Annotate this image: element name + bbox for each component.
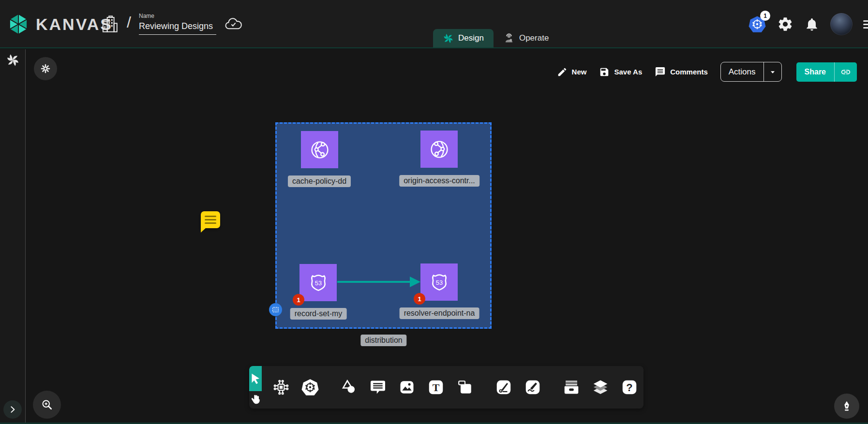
svg-text:?: ? — [626, 381, 632, 394]
tab-operate[interactable]: Operate — [494, 29, 558, 47]
comments-label: Comments — [670, 68, 708, 76]
text-icon: T — [427, 379, 445, 396]
share-label[interactable]: Share — [796, 62, 834, 82]
user-avatar[interactable] — [830, 13, 853, 35]
new-button[interactable]: New — [557, 67, 587, 77]
settings-gear-icon[interactable] — [777, 16, 793, 32]
image-tool[interactable] — [397, 378, 417, 397]
whiteboard-pen-button[interactable] — [834, 394, 859, 419]
note-card-icon — [456, 379, 474, 396]
node-label: resolver-endpoint-na — [400, 307, 479, 319]
node-resolver-endpoint[interactable]: 53 — [420, 263, 458, 301]
left-rail — [0, 49, 26, 424]
image-icon — [398, 379, 416, 396]
dashed-square-icon — [272, 307, 279, 312]
drawer-icon — [562, 378, 581, 396]
comment-tool[interactable] — [368, 378, 388, 397]
svg-text:T: T — [433, 382, 440, 394]
issue-count-badge[interactable]: 1 — [293, 294, 304, 306]
pan-tool[interactable] — [249, 391, 262, 409]
kanvas-logo-icon — [7, 13, 30, 36]
comment-bubble-icon — [369, 379, 387, 396]
design-swirl-icon — [443, 33, 454, 44]
copy-link-button[interactable] — [834, 62, 857, 82]
globe-network-icon — [428, 138, 451, 161]
chip-icon — [272, 378, 290, 396]
arrowhead-icon — [410, 277, 420, 287]
group-select-handle[interactable] — [269, 303, 282, 316]
meshery-swirl-icon[interactable] — [6, 53, 20, 67]
freehand-draw-tool[interactable] — [523, 378, 542, 397]
help-icon: ? — [621, 379, 638, 396]
tab-design[interactable]: Design — [433, 29, 494, 47]
save-as-button[interactable]: Save As — [599, 67, 642, 77]
design-name-label: Name — [139, 13, 216, 19]
design-name-field: Name — [139, 13, 216, 35]
actions-label[interactable]: Actions — [721, 62, 763, 81]
tool-dock: T — [249, 366, 644, 409]
text-tool[interactable]: T — [426, 378, 446, 397]
node-cache-policy[interactable] — [301, 131, 338, 168]
breadcrumb-separator: / — [127, 14, 131, 31]
chevron-down-icon — [769, 68, 777, 76]
new-label: New — [572, 68, 587, 76]
header-right: 1 — [748, 0, 868, 48]
cursor-icon — [249, 372, 262, 385]
comments-button[interactable]: Comments — [655, 66, 708, 77]
components-tool[interactable] — [271, 378, 291, 397]
shapes-tool[interactable] — [339, 378, 359, 397]
edge-record-to-resolver[interactable] — [337, 277, 420, 287]
node-origin-access-control[interactable] — [420, 131, 458, 168]
comments-icon — [655, 66, 666, 77]
save-as-label: Save As — [614, 68, 642, 76]
comment-pin[interactable] — [201, 211, 220, 228]
actions-split-button[interactable]: Actions — [720, 62, 782, 82]
app-header: KANVAS / Name — [0, 0, 868, 48]
menu-hamburger-icon[interactable] — [863, 20, 868, 29]
globe-network-icon — [308, 138, 331, 161]
route53-shield-icon: 53 — [306, 271, 330, 295]
zoom-button[interactable] — [33, 391, 61, 419]
mode-tabs: Design Operate — [433, 29, 558, 47]
help-tool[interactable]: ? — [620, 378, 639, 397]
share-split-button[interactable]: Share — [796, 62, 857, 82]
canvas-config-button[interactable] — [34, 57, 57, 80]
layers-icon — [591, 378, 610, 396]
brand[interactable]: KANVAS — [7, 13, 113, 36]
pen-path-icon — [495, 379, 512, 396]
node-label: record-set-my — [290, 308, 347, 320]
floppy-icon — [599, 67, 610, 77]
archive-tool[interactable] — [562, 378, 581, 397]
kubernetes-tool[interactable] — [300, 378, 320, 397]
select-tool[interactable] — [249, 366, 262, 391]
design-action-bar: New Save As Comments Actions Share — [557, 62, 857, 82]
tab-operate-label: Operate — [519, 33, 549, 43]
hand-icon — [249, 394, 262, 406]
tab-design-label: Design — [458, 33, 484, 43]
design-name-input[interactable] — [139, 20, 216, 35]
pencil-scribble-icon — [524, 379, 541, 396]
svg-text:53: 53 — [314, 279, 321, 286]
pencil-icon — [557, 67, 568, 77]
issue-count-badge[interactable]: 1 — [414, 293, 425, 305]
svg-text:53: 53 — [435, 278, 442, 286]
node-label: origin-access-contr... — [399, 175, 479, 187]
chevron-right-icon — [8, 405, 17, 414]
actions-dropdown-toggle[interactable] — [763, 62, 781, 81]
route53-shield-icon: 53 — [427, 270, 451, 294]
organization-icon[interactable] — [99, 14, 120, 35]
k8s-context-button[interactable]: 1 — [748, 15, 766, 34]
kubernetes-wheel-icon — [300, 378, 320, 397]
expand-sidebar-button[interactable] — [3, 400, 22, 419]
group-label: distribution — [360, 335, 406, 346]
edge-draw-tool[interactable] — [494, 378, 513, 397]
k8s-context-count-badge: 1 — [760, 11, 770, 21]
link-icon — [840, 67, 851, 77]
pen-nib-icon — [840, 400, 853, 412]
operator-icon — [503, 32, 515, 44]
node-label: cache-policy-dd — [288, 175, 351, 187]
node-record-set[interactable]: 53 — [299, 264, 337, 301]
layers-tool[interactable] — [591, 378, 610, 397]
notifications-bell-icon[interactable] — [804, 16, 820, 32]
note-tool[interactable] — [455, 378, 475, 397]
